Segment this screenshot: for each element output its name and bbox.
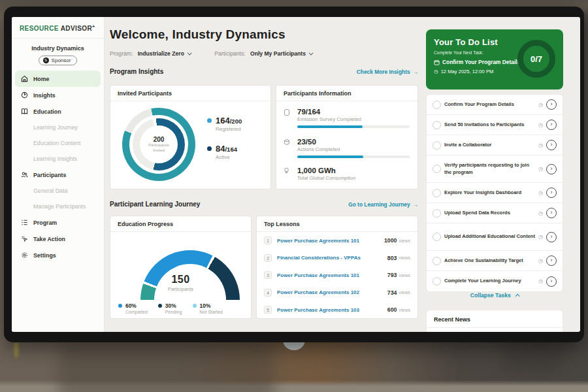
sidebar-item-home[interactable]: Home bbox=[15, 71, 101, 87]
task-checkbox[interactable] bbox=[433, 209, 441, 218]
chevron-right-button[interactable]: › bbox=[546, 140, 557, 150]
task-row[interactable]: Achieve One Sustainability Target ◷ › bbox=[427, 251, 563, 271]
todo-progress-value: 0/7 bbox=[531, 54, 542, 64]
task-checkbox[interactable] bbox=[433, 189, 441, 197]
background-blur-shape bbox=[59, 340, 274, 392]
chevron-right-button[interactable]: › bbox=[546, 255, 557, 266]
chevron-down-icon bbox=[188, 51, 192, 56]
org-name: Industry Dynamics bbox=[12, 45, 104, 52]
sidebar-item-general-data[interactable]: General Data bbox=[12, 183, 104, 199]
go-to-learning-journey-link[interactable]: Go to Learning Journey→ bbox=[348, 201, 418, 208]
legend-dot bbox=[207, 146, 212, 151]
sidebar-item-manage-participants[interactable]: Manage Participants bbox=[12, 199, 104, 214]
task-row[interactable]: Upload Additional Educational Content ◷ … bbox=[427, 223, 563, 251]
check-more-insights-link[interactable]: Check More Insights→ bbox=[357, 69, 418, 75]
monitor-bezel: RESOURCE ADVISOR+ Industry Dynamics S Sp… bbox=[4, 7, 584, 342]
chevron-right-button[interactable]: › bbox=[546, 164, 557, 174]
lesson-row: 1 Power Purchase Agreements 101 1000 vie… bbox=[257, 232, 417, 250]
collapse-tasks-link[interactable]: Collapse Tasks bbox=[426, 292, 563, 299]
chevron-right-button[interactable]: › bbox=[546, 188, 557, 198]
task-checkbox[interactable] bbox=[433, 141, 441, 150]
progress-bar bbox=[297, 155, 410, 158]
sidebar-item-education-content[interactable]: Education Content bbox=[12, 135, 104, 151]
legend-item-active: 84/164 Active bbox=[207, 144, 242, 160]
sidebar-item-label: Settings bbox=[33, 252, 56, 259]
lesson-link[interactable]: Power Purchase Agreements 102 bbox=[277, 289, 387, 295]
sidebar-item-participants[interactable]: Participants bbox=[12, 167, 104, 183]
filter-bar: Program: Industrialize Zero Participants… bbox=[110, 50, 314, 57]
box-icon bbox=[284, 139, 290, 147]
recent-news-card: Recent News bbox=[426, 310, 563, 332]
clock-icon: ◷ bbox=[538, 278, 543, 284]
donut-center-label: Participants Invited bbox=[144, 143, 173, 154]
gauge-center: 150 Participants bbox=[110, 274, 251, 292]
lesson-rank: 2 bbox=[264, 254, 272, 262]
card-title: Top Lessons bbox=[257, 216, 417, 232]
task-row[interactable]: Invite a Collaborator ◷ › bbox=[427, 135, 563, 155]
lesson-row: 3 Power Purchase Agreements 101 793 view… bbox=[257, 267, 417, 284]
task-checkbox[interactable] bbox=[433, 277, 441, 286]
sidebar-item-insights[interactable]: Insights bbox=[12, 87, 104, 103]
card-title: Participants Information bbox=[276, 86, 417, 101]
donut-legend: 164/200 Registered 84/164 Active bbox=[207, 116, 242, 160]
task-checkbox[interactable] bbox=[433, 165, 441, 173]
background-plant-leaf bbox=[14, 341, 18, 358]
sidebar-item-take-action[interactable]: Take Action bbox=[12, 231, 104, 247]
lesson-row: 2 Financial Considerations - VPPAs 803 v… bbox=[257, 250, 417, 267]
program-select[interactable]: Program: Industrialize Zero bbox=[110, 50, 192, 57]
logo-resource: RESOURCE bbox=[20, 25, 59, 32]
task-checkbox[interactable] bbox=[433, 121, 441, 129]
bulb-icon bbox=[284, 167, 289, 176]
task-label: Explore Your Insights Dashboard bbox=[444, 187, 535, 199]
clock-icon: ◷ bbox=[538, 122, 543, 128]
task-checkbox[interactable] bbox=[433, 233, 441, 241]
lesson-rank: 1 bbox=[264, 237, 272, 244]
chevron-right-button[interactable]: › bbox=[546, 99, 557, 110]
progress-bar bbox=[297, 125, 410, 128]
chevron-right-button[interactable]: › bbox=[546, 120, 557, 130]
participants-select[interactable]: Participants: Only My Participants bbox=[214, 50, 314, 57]
task-checkbox[interactable] bbox=[433, 257, 441, 265]
sidebar-item-settings[interactable]: Settings bbox=[12, 247, 104, 263]
todo-task-list: Confirm Your Program Details ◷ › Send 50… bbox=[426, 94, 563, 292]
chevron-right-button[interactable]: › bbox=[546, 208, 557, 218]
task-label: Confirm Your Program Details bbox=[444, 99, 535, 110]
legend-dot bbox=[193, 304, 197, 308]
lesson-views: 734 bbox=[387, 289, 397, 296]
sidebar-item-education[interactable]: Education bbox=[12, 103, 104, 120]
todo-progress-ring: 0/7 bbox=[517, 40, 555, 78]
task-row[interactable]: Send 50 Invitations to Participants ◷ › bbox=[427, 115, 563, 135]
lesson-link[interactable]: Power Purchase Agreements 103 bbox=[277, 307, 387, 313]
task-row[interactable]: Complete Your Learning Journey ◷ › bbox=[427, 271, 563, 291]
recent-news-title: Recent News bbox=[427, 310, 563, 328]
donut-center-value: 200 bbox=[154, 136, 165, 143]
task-label: Achieve One Sustainability Target bbox=[444, 255, 535, 267]
lesson-link[interactable]: Power Purchase Agreements 101 bbox=[277, 238, 384, 244]
task-checkbox[interactable] bbox=[433, 101, 441, 109]
lesson-link[interactable]: Power Purchase Agreements 101 bbox=[277, 272, 387, 278]
chevron-right-button[interactable]: › bbox=[546, 232, 557, 242]
sponsor-badge-label: Sponsor bbox=[52, 57, 71, 63]
stat-total-consumption: 1,000 GWh Total Global Consumption bbox=[276, 167, 417, 181]
sidebar-item-learning-journey[interactable]: Learning Journey bbox=[12, 120, 104, 135]
sidebar-item-learning-insights[interactable]: Learning Insights bbox=[12, 151, 104, 167]
task-row[interactable]: Confirm Your Program Details ◷ › bbox=[427, 95, 563, 115]
sponsor-badge[interactable]: S Sponsor bbox=[39, 56, 78, 65]
task-row[interactable]: Upload Spend Data Records ◷ › bbox=[427, 203, 563, 223]
education-progress-card: Education Progress 150 Participants 60%C… bbox=[110, 216, 252, 319]
sidebar-item-program[interactable]: Program bbox=[12, 214, 104, 231]
clock-icon: ◷ bbox=[538, 190, 543, 196]
lesson-views: 1000 bbox=[384, 237, 397, 244]
participants-information-card: Participants Information 79/164 Emission… bbox=[276, 85, 418, 189]
main-content: Welcome, Industry Dynamics Program: Indu… bbox=[105, 17, 426, 332]
task-row[interactable]: Explore Your Insights Dashboard ◷ › bbox=[427, 183, 563, 203]
lesson-link[interactable]: Financial Considerations - VPPAs bbox=[277, 255, 387, 261]
top-lessons-card: Top Lessons 1 Power Purchase Agreements … bbox=[256, 216, 418, 319]
sidebar-item-label: Learning Journey bbox=[33, 124, 78, 131]
chevron-right-button[interactable]: › bbox=[546, 276, 557, 287]
task-row[interactable]: Verify participants requesting to join t… bbox=[427, 155, 563, 183]
lesson-rank: 5 bbox=[264, 306, 272, 314]
lesson-views: 793 bbox=[387, 272, 397, 278]
clock-icon: ◷ bbox=[538, 166, 543, 172]
sidebar-menu: Home Insights Education Learning Journey… bbox=[12, 71, 104, 263]
